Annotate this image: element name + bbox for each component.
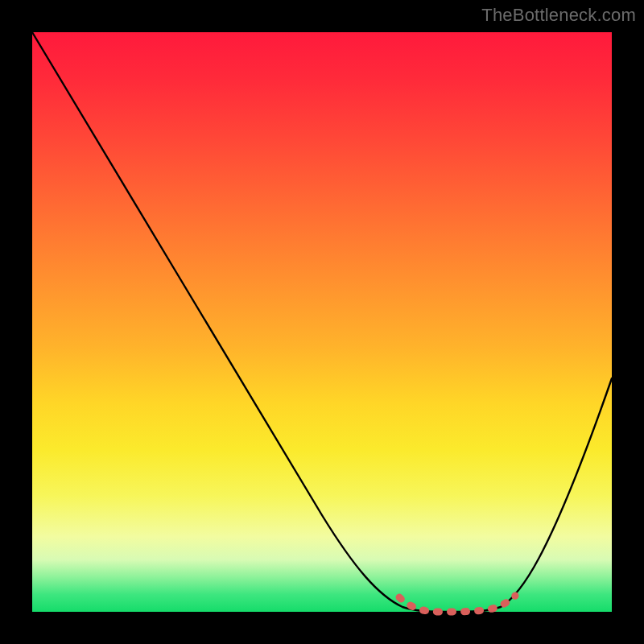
chart-frame: TheBottleneck.com: [0, 0, 644, 644]
curve-layer: [32, 32, 612, 612]
plot-area: [32, 32, 612, 612]
watermark-text: TheBottleneck.com: [481, 5, 636, 26]
bottleneck-curve: [32, 32, 612, 612]
